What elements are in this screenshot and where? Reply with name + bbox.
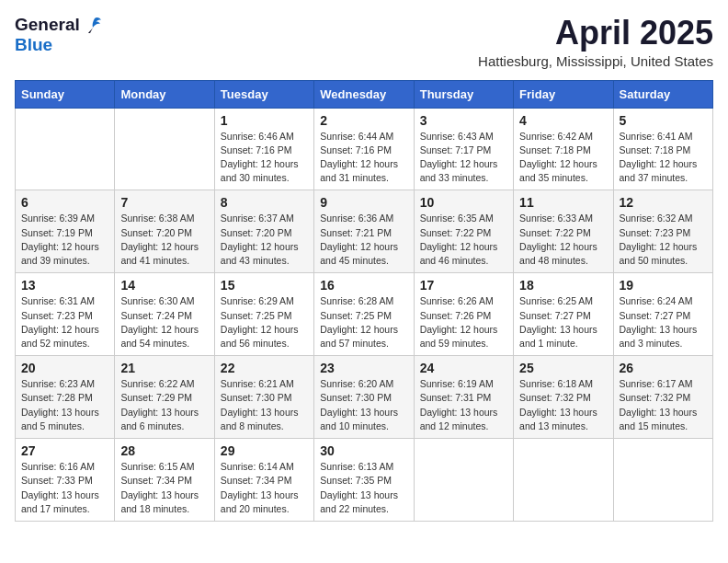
logo-blue: Blue <box>15 35 52 54</box>
calendar-cell: 12Sunrise: 6:32 AM Sunset: 7:23 PM Dayli… <box>613 190 712 273</box>
day-header-sunday: Sunday <box>16 80 115 108</box>
day-number: 17 <box>420 278 507 293</box>
day-info: Sunrise: 6:43 AM Sunset: 7:17 PM Dayligh… <box>420 130 507 186</box>
day-header-wednesday: Wednesday <box>314 80 414 108</box>
day-info: Sunrise: 6:13 AM Sunset: 7:35 PM Dayligh… <box>320 460 407 516</box>
day-info: Sunrise: 6:21 AM Sunset: 7:30 PM Dayligh… <box>221 377 308 433</box>
day-info: Sunrise: 6:20 AM Sunset: 7:30 PM Dayligh… <box>320 377 407 433</box>
calendar-cell: 20Sunrise: 6:23 AM Sunset: 7:28 PM Dayli… <box>16 356 115 439</box>
day-info: Sunrise: 6:24 AM Sunset: 7:27 PM Dayligh… <box>620 294 707 350</box>
day-number: 8 <box>221 195 308 210</box>
calendar-cell <box>414 439 513 522</box>
calendar-week-row: 27Sunrise: 6:16 AM Sunset: 7:33 PM Dayli… <box>16 439 713 522</box>
day-info: Sunrise: 6:44 AM Sunset: 7:16 PM Dayligh… <box>320 130 407 186</box>
day-info: Sunrise: 6:38 AM Sunset: 7:20 PM Dayligh… <box>120 212 208 268</box>
calendar-cell: 29Sunrise: 6:14 AM Sunset: 7:34 PM Dayli… <box>214 439 313 522</box>
day-info: Sunrise: 6:30 AM Sunset: 7:24 PM Dayligh… <box>120 294 208 350</box>
day-number: 27 <box>21 443 108 458</box>
day-number: 23 <box>320 361 407 375</box>
day-info: Sunrise: 6:15 AM Sunset: 7:34 PM Dayligh… <box>120 460 208 516</box>
day-number: 30 <box>320 443 407 458</box>
calendar-cell: 2Sunrise: 6:44 AM Sunset: 7:16 PM Daylig… <box>314 108 414 190</box>
calendar-cell: 4Sunrise: 6:42 AM Sunset: 7:18 PM Daylig… <box>514 108 613 190</box>
day-info: Sunrise: 6:28 AM Sunset: 7:25 PM Dayligh… <box>320 294 407 350</box>
day-info: Sunrise: 6:17 AM Sunset: 7:32 PM Dayligh… <box>620 377 707 433</box>
day-number: 10 <box>420 195 507 210</box>
day-number: 19 <box>620 278 707 293</box>
day-header-saturday: Saturday <box>613 80 712 108</box>
calendar-cell: 18Sunrise: 6:25 AM Sunset: 7:27 PM Dayli… <box>514 273 613 356</box>
day-info: Sunrise: 6:22 AM Sunset: 7:29 PM Dayligh… <box>120 377 208 433</box>
calendar-cell: 7Sunrise: 6:38 AM Sunset: 7:20 PM Daylig… <box>115 190 214 273</box>
calendar-cell: 17Sunrise: 6:26 AM Sunset: 7:26 PM Dayli… <box>414 273 513 356</box>
day-number: 6 <box>21 195 108 210</box>
calendar-week-row: 20Sunrise: 6:23 AM Sunset: 7:28 PM Dayli… <box>16 356 713 439</box>
calendar-week-row: 6Sunrise: 6:39 AM Sunset: 7:19 PM Daylig… <box>16 190 713 273</box>
day-info: Sunrise: 6:42 AM Sunset: 7:18 PM Dayligh… <box>519 130 607 186</box>
day-number: 13 <box>21 278 108 293</box>
calendar-cell: 10Sunrise: 6:35 AM Sunset: 7:22 PM Dayli… <box>414 190 513 273</box>
day-number: 22 <box>221 361 308 375</box>
location-title: Hattiesburg, Mississippi, United States <box>478 53 713 69</box>
page-header: General Blue April 2025 Hattiesburg, Mis… <box>15 15 713 69</box>
day-number: 5 <box>620 113 707 128</box>
day-info: Sunrise: 6:25 AM Sunset: 7:27 PM Dayligh… <box>519 294 607 350</box>
day-info: Sunrise: 6:14 AM Sunset: 7:34 PM Dayligh… <box>221 460 308 516</box>
day-info: Sunrise: 6:46 AM Sunset: 7:16 PM Dayligh… <box>221 130 308 186</box>
calendar-cell: 27Sunrise: 6:16 AM Sunset: 7:33 PM Dayli… <box>16 439 115 522</box>
title-area: April 2025 Hattiesburg, Mississippi, Uni… <box>478 15 713 69</box>
calendar-cell: 15Sunrise: 6:29 AM Sunset: 7:25 PM Dayli… <box>214 273 313 356</box>
day-number: 21 <box>120 361 208 375</box>
day-header-tuesday: Tuesday <box>214 80 313 108</box>
calendar-cell <box>16 108 115 190</box>
day-info: Sunrise: 6:26 AM Sunset: 7:26 PM Dayligh… <box>420 294 507 350</box>
day-info: Sunrise: 6:16 AM Sunset: 7:33 PM Dayligh… <box>21 460 108 516</box>
day-number: 26 <box>620 361 707 375</box>
day-number: 1 <box>221 113 308 128</box>
calendar-cell: 1Sunrise: 6:46 AM Sunset: 7:16 PM Daylig… <box>214 108 313 190</box>
calendar-week-row: 1Sunrise: 6:46 AM Sunset: 7:16 PM Daylig… <box>16 108 713 190</box>
calendar-week-row: 13Sunrise: 6:31 AM Sunset: 7:23 PM Dayli… <box>16 273 713 356</box>
calendar-cell: 14Sunrise: 6:30 AM Sunset: 7:24 PM Dayli… <box>115 273 214 356</box>
day-number: 11 <box>519 195 607 210</box>
calendar-cell: 6Sunrise: 6:39 AM Sunset: 7:19 PM Daylig… <box>16 190 115 273</box>
calendar-header-row: SundayMondayTuesdayWednesdayThursdayFrid… <box>16 80 713 108</box>
calendar-cell: 23Sunrise: 6:20 AM Sunset: 7:30 PM Dayli… <box>314 356 414 439</box>
day-info: Sunrise: 6:29 AM Sunset: 7:25 PM Dayligh… <box>221 294 308 350</box>
calendar-cell: 13Sunrise: 6:31 AM Sunset: 7:23 PM Dayli… <box>16 273 115 356</box>
calendar-cell: 16Sunrise: 6:28 AM Sunset: 7:25 PM Dayli… <box>314 273 414 356</box>
day-number: 15 <box>221 278 308 293</box>
calendar-cell: 26Sunrise: 6:17 AM Sunset: 7:32 PM Dayli… <box>613 356 712 439</box>
calendar-cell: 24Sunrise: 6:19 AM Sunset: 7:31 PM Dayli… <box>414 356 513 439</box>
day-info: Sunrise: 6:39 AM Sunset: 7:19 PM Dayligh… <box>21 212 108 268</box>
day-number: 4 <box>519 113 607 128</box>
calendar-cell <box>514 439 613 522</box>
day-number: 16 <box>320 278 407 293</box>
day-number: 9 <box>320 195 407 210</box>
calendar-cell: 11Sunrise: 6:33 AM Sunset: 7:22 PM Dayli… <box>514 190 613 273</box>
calendar-cell: 5Sunrise: 6:41 AM Sunset: 7:18 PM Daylig… <box>613 108 712 190</box>
day-number: 18 <box>519 278 607 293</box>
day-header-monday: Monday <box>115 80 214 108</box>
logo-general: General <box>15 15 80 35</box>
calendar-cell: 21Sunrise: 6:22 AM Sunset: 7:29 PM Dayli… <box>115 356 214 439</box>
calendar-cell: 30Sunrise: 6:13 AM Sunset: 7:35 PM Dayli… <box>314 439 414 522</box>
day-info: Sunrise: 6:23 AM Sunset: 7:28 PM Dayligh… <box>21 377 108 433</box>
day-number: 3 <box>420 113 507 128</box>
day-info: Sunrise: 6:41 AM Sunset: 7:18 PM Dayligh… <box>620 130 707 186</box>
day-info: Sunrise: 6:33 AM Sunset: 7:22 PM Dayligh… <box>519 212 607 268</box>
day-info: Sunrise: 6:32 AM Sunset: 7:23 PM Dayligh… <box>620 212 707 268</box>
calendar-table: SundayMondayTuesdayWednesdayThursdayFrid… <box>15 80 713 522</box>
day-info: Sunrise: 6:36 AM Sunset: 7:21 PM Dayligh… <box>320 212 407 268</box>
day-number: 12 <box>620 195 707 210</box>
calendar-cell: 22Sunrise: 6:21 AM Sunset: 7:30 PM Dayli… <box>214 356 313 439</box>
month-title: April 2025 <box>478 15 713 52</box>
logo-bird-icon <box>82 15 102 35</box>
logo: General Blue <box>15 15 102 55</box>
day-number: 25 <box>519 361 607 375</box>
day-info: Sunrise: 6:18 AM Sunset: 7:32 PM Dayligh… <box>519 377 607 433</box>
day-number: 28 <box>120 443 208 458</box>
calendar-cell <box>613 439 712 522</box>
calendar-cell <box>115 108 214 190</box>
day-header-friday: Friday <box>514 80 613 108</box>
